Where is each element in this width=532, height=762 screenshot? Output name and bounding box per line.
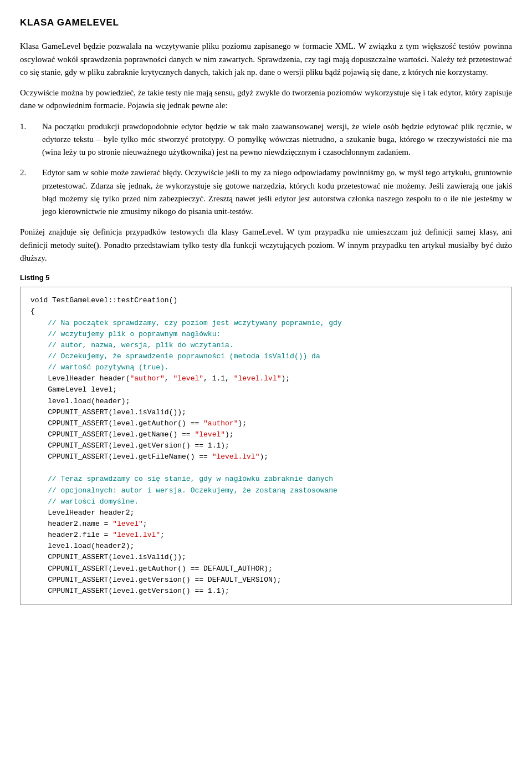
list-item: 2. Edytor sam w sobie może zawierać błęd… xyxy=(20,166,512,218)
paragraph-after: Poniżej znajduje się definicja przypadkó… xyxy=(20,226,512,265)
paragraph-2: Oczywiście można by powiedzieć, że takie… xyxy=(20,87,512,113)
paragraph-1: Klasa GameLevel będzie pozwalała na wczy… xyxy=(20,40,512,79)
listing-label: Listing 5 xyxy=(20,272,512,283)
list-item-number: 2. xyxy=(20,166,42,179)
page-title: KLASA GAMELEVEL xyxy=(20,16,512,30)
list-item-content: Edytor sam w sobie może zawierać błędy. … xyxy=(42,166,512,218)
code-block: void TestGameLevel::testCreation() { // … xyxy=(20,287,512,605)
list-item: 1. Na początku produkcji prawdopodobnie … xyxy=(20,120,512,159)
numbered-list: 1. Na początku produkcji prawdopodobnie … xyxy=(20,120,512,219)
list-item-content: Na początku produkcji prawdopodobnie edy… xyxy=(42,120,512,159)
list-item-number: 1. xyxy=(20,120,42,133)
